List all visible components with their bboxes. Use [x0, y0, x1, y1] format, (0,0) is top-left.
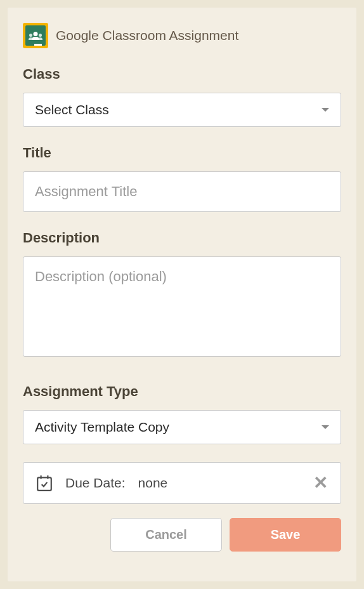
title-input[interactable]: [23, 171, 341, 212]
cancel-button[interactable]: Cancel: [110, 518, 222, 552]
dialog-title: Google Classroom Assignment: [56, 28, 238, 43]
assignment-type-value: Activity Template Copy: [35, 420, 169, 435]
calendar-check-icon: [36, 474, 53, 492]
save-button[interactable]: Save: [230, 518, 341, 552]
class-select-value: Select Class: [35, 102, 109, 117]
assignment-dialog: Google Classroom Assignment Class Select…: [8, 8, 356, 581]
assignment-type-label: Assignment Type: [23, 383, 341, 400]
close-icon[interactable]: ✕: [313, 474, 328, 492]
due-date-label: Due Date:: [65, 475, 126, 491]
class-label: Class: [23, 66, 341, 83]
svg-rect-0: [37, 477, 51, 490]
title-label: Title: [23, 145, 341, 161]
chevron-down-icon: [322, 425, 329, 429]
google-classroom-icon: [23, 23, 48, 48]
due-date-field[interactable]: Due Date: none ✕: [23, 462, 341, 504]
due-date-value: none: [138, 475, 168, 491]
button-row: Cancel Save: [23, 518, 341, 552]
description-input[interactable]: [23, 256, 341, 357]
assignment-type-select[interactable]: Activity Template Copy: [23, 410, 341, 444]
description-label: Description: [23, 230, 341, 246]
chevron-down-icon: [322, 108, 329, 112]
class-select[interactable]: Select Class: [23, 93, 341, 127]
dialog-header: Google Classroom Assignment: [23, 23, 341, 48]
